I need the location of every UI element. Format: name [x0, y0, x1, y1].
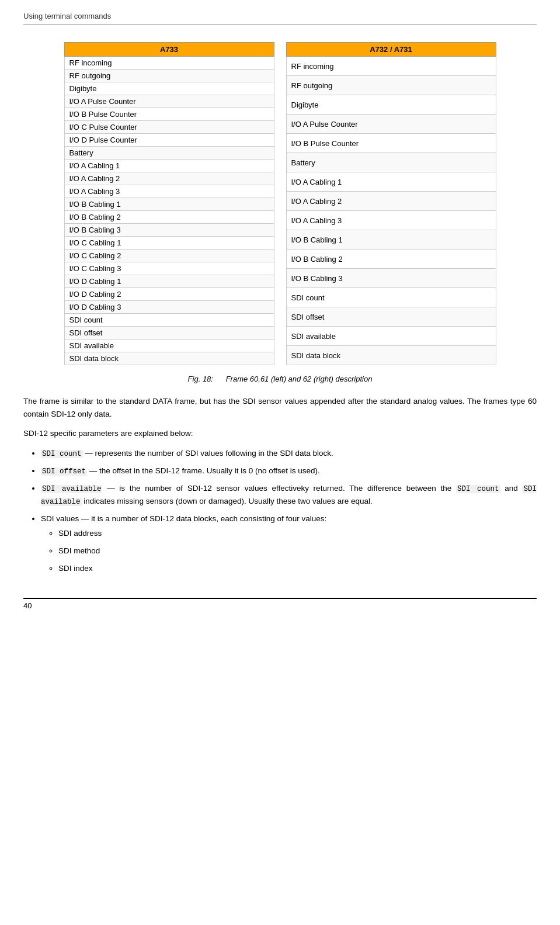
table-row: RF incoming — [286, 57, 496, 76]
table-cell: Battery — [64, 147, 274, 160]
table-row: I/O C Cabling 2 — [64, 250, 274, 262]
table-row: Digibyte — [64, 82, 274, 95]
sub-bullet-sdi-address: SDI address — [58, 527, 537, 540]
table-cell: RF outgoing — [286, 76, 496, 95]
table-cell: I/O B Pulse Counter — [64, 108, 274, 121]
table-row: I/O B Cabling 2 — [286, 250, 496, 269]
fig-num: Fig. 18: — [188, 375, 213, 383]
left-table: A733 RF incomingRF outgoingDigibyteI/O A… — [64, 42, 274, 365]
table-row: Battery — [286, 153, 496, 172]
table-cell: I/O C Cabling 3 — [64, 262, 274, 275]
tables-container: A733 RF incomingRF outgoingDigibyteI/O A… — [23, 42, 537, 365]
fig-description: Frame 60,61 (left) and 62 (right) descri… — [226, 375, 373, 383]
table-row: I/O A Cabling 2 — [64, 172, 274, 185]
table-cell: I/O D Cabling 3 — [64, 301, 274, 314]
table-cell: I/O B Cabling 2 — [64, 211, 274, 224]
table-cell: SDI count — [286, 288, 496, 307]
table-row: I/O B Cabling 3 — [286, 269, 496, 288]
sub-bullet-sdi-method-text: SDI method — [58, 546, 100, 555]
right-table-heading: A732 / A731 — [286, 43, 496, 57]
table-row: I/O A Cabling 2 — [286, 192, 496, 211]
table-row: I/O B Cabling 1 — [286, 230, 496, 250]
code-sdi-count-ref: SDI count — [456, 485, 500, 493]
table-cell: I/O A Pulse Counter — [64, 95, 274, 108]
table-row: SDI count — [286, 288, 496, 307]
bullet-sdi-offset-text: — the offset in the SDI-12 frame. Usuall… — [89, 466, 320, 475]
table-cell: I/O A Cabling 2 — [286, 192, 496, 211]
table-cell: I/O A Pulse Counter — [286, 115, 496, 134]
table-cell: I/O B Pulse Counter — [286, 134, 496, 153]
table-cell: I/O C Cabling 1 — [64, 237, 274, 250]
table-row: SDI offset — [286, 307, 496, 327]
table-cell: I/O A Cabling 1 — [286, 172, 496, 192]
body-paragraph2: SDI-12 specific parameters are explained… — [23, 427, 537, 440]
sub-bullet-sdi-address-text: SDI address — [58, 529, 102, 538]
table-row: I/O B Cabling 3 — [64, 224, 274, 237]
table-row: I/O D Cabling 1 — [64, 275, 274, 288]
table-row: RF outgoing — [64, 70, 274, 82]
page-footer: 40 — [23, 598, 537, 610]
page-header: Using terminal commands — [23, 12, 537, 25]
left-table-heading: A733 — [64, 43, 274, 57]
table-row: I/O A Cabling 1 — [286, 172, 496, 192]
table-row: I/O A Cabling 3 — [64, 185, 274, 198]
bullet-sdi-available-text2: indicates missing sensors (down or damag… — [84, 497, 373, 505]
bullet-sdi-available-text1: — is the number of SDI-12 sensor values … — [107, 484, 456, 493]
header-title: Using terminal commands — [23, 12, 111, 20]
table-cell: I/O B Cabling 3 — [64, 224, 274, 237]
table-cell: I/O C Cabling 2 — [64, 250, 274, 262]
table-row: SDI available — [64, 339, 274, 352]
table-row: Digibyte — [286, 95, 496, 115]
table-row: SDI data block — [64, 352, 274, 365]
table-row: I/O C Cabling 1 — [64, 237, 274, 250]
bullet-sdi-available: SDI available — is the number of SDI-12 … — [41, 482, 537, 508]
table-row: RF incoming — [64, 57, 274, 70]
table-row: SDI offset — [64, 327, 274, 339]
table-cell: RF incoming — [64, 57, 274, 70]
table-cell: Digibyte — [64, 82, 274, 95]
table-cell: I/O C Pulse Counter — [64, 121, 274, 134]
table-row: I/O D Cabling 3 — [64, 301, 274, 314]
code-sdi-available: SDI available — [41, 485, 102, 493]
right-table-body: RF incomingRF outgoingDigibyteI/O A Puls… — [286, 57, 496, 365]
table-cell: SDI available — [64, 339, 274, 352]
table-cell: I/O A Cabling 3 — [64, 185, 274, 198]
right-table: A732 / A731 RF incomingRF outgoingDigiby… — [286, 42, 496, 365]
bullet-sdi-count-text: — represents the number of SDI values fo… — [85, 449, 333, 458]
table-cell: I/O A Cabling 2 — [64, 172, 274, 185]
table-cell: SDI offset — [286, 307, 496, 327]
table-row: SDI data block — [286, 346, 496, 365]
left-table-body: RF incomingRF outgoingDigibyteI/O A Puls… — [64, 57, 274, 365]
table-cell: SDI available — [286, 327, 496, 346]
table-row: I/O A Cabling 3 — [286, 211, 496, 230]
bullet-sdi-values-text: SDI values — it is a number of SDI-12 da… — [41, 514, 326, 523]
code-sdi-offset: SDI offset — [41, 467, 87, 476]
sub-bullet-sdi-method: SDI method — [58, 545, 537, 557]
table-cell: I/O D Cabling 1 — [64, 275, 274, 288]
table-row: I/O D Cabling 2 — [64, 288, 274, 301]
table-row: I/O B Cabling 1 — [64, 198, 274, 211]
table-cell: Digibyte — [286, 95, 496, 115]
page-number: 40 — [23, 601, 32, 610]
table-row: I/O A Cabling 1 — [64, 160, 274, 172]
body-paragraph1: The frame is similar to the standard DAT… — [23, 395, 537, 420]
table-row: I/O A Pulse Counter — [64, 95, 274, 108]
table-cell: SDI offset — [64, 327, 274, 339]
table-cell: Battery — [286, 153, 496, 172]
table-row: I/O C Pulse Counter — [64, 121, 274, 134]
table-row: SDI available — [286, 327, 496, 346]
table-row: I/O C Cabling 3 — [64, 262, 274, 275]
table-cell: I/O A Cabling 3 — [286, 211, 496, 230]
table-cell: I/O A Cabling 1 — [64, 160, 274, 172]
table-row: SDI count — [64, 314, 274, 327]
table-row: I/O A Pulse Counter — [286, 115, 496, 134]
table-cell: I/O D Cabling 2 — [64, 288, 274, 301]
table-cell: RF outgoing — [64, 70, 274, 82]
table-cell: SDI count — [64, 314, 274, 327]
table-row: I/O B Pulse Counter — [64, 108, 274, 121]
table-cell: I/O B Cabling 2 — [286, 250, 496, 269]
table-cell: I/O B Cabling 1 — [286, 230, 496, 250]
table-row: Battery — [64, 147, 274, 160]
code-sdi-count: SDI count — [41, 450, 83, 458]
table-cell: RF incoming — [286, 57, 496, 76]
